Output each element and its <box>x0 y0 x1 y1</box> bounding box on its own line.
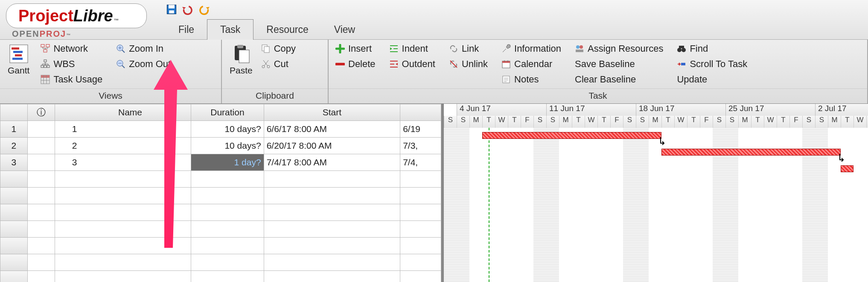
tab-task[interactable]: Task <box>207 19 253 40</box>
name-cell[interactable]: 2 <box>55 138 191 154</box>
start-cell[interactable]: 6/6/17 8:00 AM <box>264 121 400 138</box>
table-row[interactable]: 2210 days?6/20/17 8:00 AM7/3, <box>0 138 441 154</box>
start-cell[interactable]: 6/20/17 8:00 AM <box>264 138 400 154</box>
insert-button[interactable]: Insert <box>333 42 378 55</box>
extra-cell[interactable] <box>400 238 441 254</box>
row-number[interactable] <box>0 171 28 188</box>
name-cell[interactable] <box>55 271 191 282</box>
unlink-button[interactable]: Unlink <box>446 58 490 70</box>
gantt-pane[interactable]: SSMTWTFSSMTWTFSSMTWTFSSMTWTFSSMTWT 4 Jun… <box>444 104 868 282</box>
extra-cell[interactable]: 7/4, <box>400 154 441 171</box>
col-header-rownum[interactable] <box>0 104 28 121</box>
col-header-duration[interactable]: Duration <box>191 104 264 121</box>
table-row[interactable] <box>0 221 441 238</box>
duration-cell[interactable] <box>191 171 264 188</box>
undo-icon[interactable] <box>182 3 194 15</box>
cut-button[interactable]: Cut <box>259 58 298 70</box>
extra-cell[interactable] <box>400 221 441 238</box>
scroll-to-task-button[interactable]: Scroll To Task <box>674 58 750 70</box>
extra-cell[interactable] <box>400 188 441 204</box>
delete-button[interactable]: Delete <box>333 58 378 70</box>
zoom-in-button[interactable]: Zoom In <box>114 42 173 55</box>
task-grid[interactable]: ⓘ Name Duration Start 1110 days?6/6/17 8… <box>0 104 441 282</box>
col-header-name[interactable]: Name <box>55 104 191 121</box>
duration-cell[interactable]: 10 days? <box>191 138 264 154</box>
info-cell[interactable] <box>27 221 55 238</box>
copy-button[interactable]: Copy <box>259 42 298 55</box>
start-cell[interactable] <box>264 188 400 204</box>
information-button[interactable]: Information <box>499 42 564 55</box>
link-button[interactable]: Link <box>446 42 490 55</box>
task-usage-button[interactable]: Task Usage <box>38 73 105 86</box>
row-number[interactable] <box>0 238 28 254</box>
info-cell[interactable] <box>27 204 55 221</box>
notes-button[interactable]: Notes <box>499 73 564 86</box>
zoom-out-button[interactable]: Zoom Out <box>114 58 173 70</box>
table-row[interactable] <box>0 188 441 204</box>
info-cell[interactable] <box>27 238 55 254</box>
col-header-info[interactable]: ⓘ <box>27 104 55 121</box>
paste-button[interactable]: Paste <box>226 42 256 77</box>
network-button[interactable]: Network <box>38 42 105 55</box>
save-icon[interactable] <box>166 3 178 15</box>
info-cell[interactable] <box>27 121 55 138</box>
extra-cell[interactable] <box>400 204 441 221</box>
start-cell[interactable]: 7/4/17 8:00 AM <box>264 154 400 171</box>
extra-cell[interactable]: 6/19 <box>400 121 441 138</box>
duration-cell[interactable] <box>191 254 264 271</box>
clear-baseline-button[interactable]: Clear Baseline <box>572 73 666 86</box>
start-cell[interactable] <box>264 238 400 254</box>
info-cell[interactable] <box>27 171 55 188</box>
name-cell[interactable] <box>55 204 191 221</box>
start-cell[interactable] <box>264 271 400 282</box>
indent-button[interactable]: Indent <box>387 42 438 55</box>
gantt-bar[interactable] <box>482 132 661 139</box>
row-number[interactable]: 3 <box>0 154 28 171</box>
tab-file[interactable]: File <box>166 20 207 40</box>
redo-icon[interactable] <box>198 3 210 15</box>
duration-cell[interactable] <box>191 188 264 204</box>
info-cell[interactable] <box>27 254 55 271</box>
name-cell[interactable] <box>55 221 191 238</box>
name-cell[interactable] <box>55 188 191 204</box>
calendar-button[interactable]: Calendar <box>499 58 564 70</box>
table-row[interactable] <box>0 271 441 282</box>
start-cell[interactable] <box>264 171 400 188</box>
info-cell[interactable] <box>27 271 55 282</box>
table-row[interactable] <box>0 254 441 271</box>
start-cell[interactable] <box>264 204 400 221</box>
gantt-button[interactable]: Gantt <box>4 42 33 77</box>
duration-cell[interactable] <box>191 271 264 282</box>
wbs-button[interactable]: WBS <box>38 58 105 70</box>
row-number[interactable] <box>0 188 28 204</box>
name-cell[interactable] <box>55 171 191 188</box>
row-number[interactable] <box>0 254 28 271</box>
name-cell[interactable] <box>55 254 191 271</box>
tab-resource[interactable]: Resource <box>253 20 321 40</box>
table-row[interactable]: 1110 days?6/6/17 8:00 AM6/19 <box>0 121 441 138</box>
extra-cell[interactable] <box>400 254 441 271</box>
table-row[interactable] <box>0 204 441 221</box>
row-number[interactable]: 1 <box>0 121 28 138</box>
table-row[interactable] <box>0 171 441 188</box>
assign-resources-button[interactable]: Assign Resources <box>572 42 666 55</box>
extra-cell[interactable] <box>400 271 441 282</box>
tab-view[interactable]: View <box>321 20 368 40</box>
duration-cell[interactable]: 1 day? <box>191 154 264 171</box>
duration-cell[interactable] <box>191 238 264 254</box>
extra-cell[interactable]: 7/3, <box>400 138 441 154</box>
start-cell[interactable] <box>264 221 400 238</box>
start-cell[interactable] <box>264 254 400 271</box>
row-number[interactable]: 2 <box>0 138 28 154</box>
gantt-bar[interactable] <box>661 149 841 156</box>
save-baseline-button[interactable]: Save Baseline <box>572 58 666 70</box>
col-header-start[interactable]: Start <box>264 104 400 121</box>
row-number[interactable] <box>0 204 28 221</box>
row-number[interactable] <box>0 271 28 282</box>
name-cell[interactable]: 1 <box>55 121 191 138</box>
info-cell[interactable] <box>27 188 55 204</box>
info-cell[interactable] <box>27 154 55 171</box>
outdent-button[interactable]: Outdent <box>387 58 438 70</box>
name-cell[interactable] <box>55 238 191 254</box>
find-button[interactable]: Find <box>674 42 750 55</box>
